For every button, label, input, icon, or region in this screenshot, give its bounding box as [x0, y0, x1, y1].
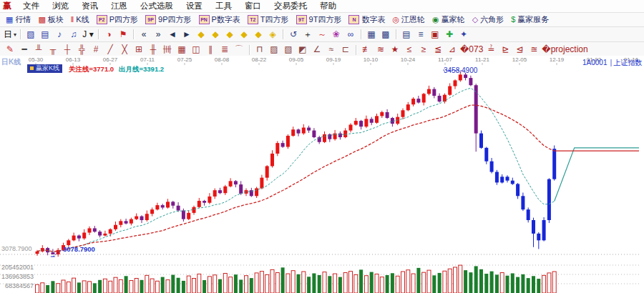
line-tool-icon[interactable]: ━: [17, 44, 31, 56]
gann-tool-1-icon[interactable]: ◆: [194, 29, 208, 41]
calculator-icon[interactable]: ▩: [379, 29, 393, 41]
p-square-button[interactable]: P2P四方形: [93, 14, 142, 26]
draw-tool-icon[interactable]: ⊓: [253, 44, 267, 56]
period-dropdown[interactable]: 日▾: [3, 29, 17, 41]
menu-item-4[interactable]: 公式选股: [134, 1, 180, 11]
winner-service-button[interactable]: $赢家服务: [507, 14, 552, 26]
menu-item-6[interactable]: 工具: [209, 1, 238, 11]
pencil-icon[interactable]: ✎: [3, 44, 17, 56]
draw-tool-icon[interactable]: ▨: [267, 44, 281, 56]
draw-tool-icon[interactable]: ⊴: [512, 44, 527, 56]
prev-icon[interactable]: ◄: [165, 29, 180, 41]
next-icon[interactable]: ►: [180, 29, 194, 41]
draw-tool-icon[interactable]: ┼: [60, 44, 74, 56]
draw-tool-icon[interactable]: ╥: [46, 44, 60, 56]
flower-icon[interactable]: ❀: [329, 29, 343, 41]
draw-tool-icon[interactable]: ⊏: [338, 44, 353, 56]
crosshair-icon[interactable]: ＋: [301, 29, 315, 41]
menu-item-7[interactable]: 窗口: [238, 1, 268, 11]
draw-tool-icon[interactable]: ≦: [431, 44, 445, 56]
gann-tool-5-icon[interactable]: ◆: [251, 29, 265, 41]
draw-tool-icon[interactable]: ≢: [359, 44, 374, 56]
notebook-icon[interactable]: ▤: [399, 29, 414, 41]
undo-icon[interactable]: ↺: [286, 29, 301, 41]
gann-tool-6-icon[interactable]: ◈: [265, 29, 280, 41]
menu-item-8[interactable]: 交易委托: [268, 1, 313, 11]
percent-icon[interactable]: ◑: [102, 29, 116, 41]
p-number-table-button[interactable]: PNP数字表: [195, 14, 244, 26]
draw-tool-icon[interactable]: ∠: [310, 44, 324, 56]
j-dropdown[interactable]: J ▾: [81, 29, 95, 41]
draw-tool-icon[interactable]: ⊞: [132, 44, 146, 56]
9t-square-button[interactable]: 9T9T四方形: [293, 14, 346, 26]
draw-tool-icon[interactable]: ⌒: [232, 44, 246, 56]
symbol-title[interactable]: 1A0001 │上证指数: [582, 59, 644, 66]
zoom-view-icon[interactable]: ▧: [24, 29, 38, 41]
draw-tool-icon[interactable]: ≈: [324, 44, 338, 56]
menu-item-9[interactable]: 帮助: [313, 1, 343, 11]
glasses-icon[interactable]: ∞: [343, 29, 358, 41]
draw-tool-icon[interactable]: ≋: [374, 44, 388, 56]
draw-tool-icon[interactable]: ╨: [31, 44, 46, 56]
first-page-icon[interactable]: «: [137, 29, 151, 41]
period-label[interactable]: 日K线: [1, 59, 21, 66]
gann-tool-3-icon[interactable]: ◆: [223, 29, 237, 41]
candle-body: [297, 129, 301, 133]
draw-tool-icon[interactable]: ▧: [281, 44, 296, 56]
draw-tool-icon[interactable]: ╫: [146, 44, 160, 56]
quotes-button[interactable]: ▦行情: [2, 14, 34, 26]
draw-tool-icon[interactable]: �projection: [541, 44, 588, 56]
last-page-icon[interactable]: »: [151, 29, 165, 41]
draw-tool-icon[interactable]: ◫: [189, 44, 203, 56]
gann-tool-2-icon[interactable]: ◆: [208, 29, 223, 41]
info-panel-icon[interactable]: ▤: [38, 29, 52, 41]
sync-icon[interactable]: ✚: [442, 29, 457, 41]
draw-tool-icon[interactable]: ∥: [203, 44, 218, 56]
menu-item-3[interactable]: 江恩: [104, 1, 134, 11]
draw-tool-icon[interactable]: ╬: [74, 44, 89, 56]
draw-tool-icon[interactable]: ★: [388, 44, 402, 56]
draw-tool-icon[interactable]: ⊵: [498, 44, 512, 56]
volume-bar: [380, 277, 384, 293]
winner-wheel-button[interactable]: ◉赢家轮: [429, 14, 469, 26]
calendar-icon[interactable]: ▦: [364, 29, 379, 41]
gann-tool-4-icon[interactable]: ◆: [237, 29, 251, 41]
kline-button[interactable]: ‖K线: [67, 14, 93, 26]
draw-tool-icon[interactable]: 卌: [160, 44, 175, 56]
draw-tool-icon[interactable]: ≥: [416, 44, 431, 56]
candle-body: [427, 89, 431, 94]
hexagon-button[interactable]: ◇六角形: [469, 14, 507, 26]
kline-mode-tag[interactable]: 赢家K线: [27, 64, 62, 73]
menu-item-1[interactable]: 浏览: [46, 1, 75, 11]
kline-chart[interactable]: [0, 56, 644, 293]
save-icon[interactable]: ▣: [428, 29, 442, 41]
draw-tool-icon[interactable]: ◩: [296, 44, 310, 56]
draw-tool-icon[interactable]: ≣: [218, 44, 232, 56]
flag-icon[interactable]: ⚑: [116, 29, 130, 41]
draw-tool-icon[interactable]: ╳: [117, 44, 132, 56]
draw-tool-icon[interactable]: ╱: [103, 44, 117, 56]
notes-icon[interactable]: ♫: [67, 29, 81, 41]
list-icon[interactable]: ≡: [414, 29, 428, 41]
gann-wheel-button[interactable]: ◎江恩轮: [389, 14, 429, 26]
t-square-button[interactable]: T2T四方形: [244, 14, 293, 26]
draw-tool-icon[interactable]: ≤: [402, 44, 416, 56]
candle-body: [370, 119, 374, 122]
number-table-button[interactable]: N数字表: [345, 14, 389, 26]
sectors-button[interactable]: ▩板块: [34, 14, 67, 26]
note-icon[interactable]: ♪: [52, 29, 67, 41]
menu-item-0[interactable]: 文件: [16, 1, 46, 11]
network-icon[interactable]: ✦: [457, 29, 471, 41]
menu-item-5[interactable]: 设置: [180, 1, 209, 11]
draw-tool-icon[interactable]: ≟: [484, 44, 498, 56]
draw-tool-icon[interactable]: #: [89, 44, 103, 56]
9p-square-button[interactable]: 9P9P四方形: [142, 14, 195, 26]
draw-tool-icon[interactable]: �073: [459, 44, 484, 56]
draw-tool-icon[interactable]: ≊: [527, 44, 541, 56]
draw-tool-icon[interactable]: ⊿: [445, 44, 459, 56]
wave-icon[interactable]: ～: [315, 29, 329, 41]
menu-item-2[interactable]: 资讯: [75, 1, 104, 11]
draw-tool-icon[interactable]: ▦: [175, 44, 189, 56]
date-axis-label: 07-25: [172, 56, 197, 63]
chart-canvas[interactable]: 05-3006-1306-2707-1107-2508-0808-2209-05…: [0, 56, 644, 293]
